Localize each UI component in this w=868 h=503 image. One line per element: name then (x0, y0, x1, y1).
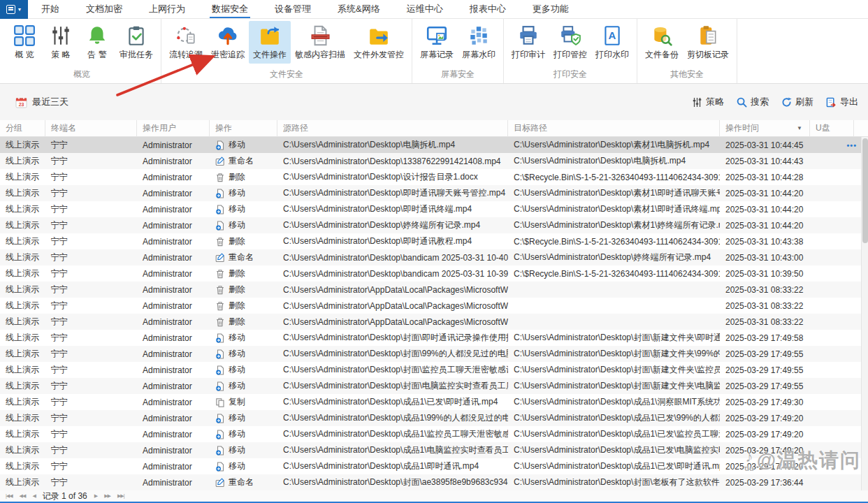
cell-dst: C:\Users\Administrator\Desktop\封面\新建文件夹\… (508, 378, 720, 394)
tab-ops-center[interactable]: 运维中心 (393, 0, 456, 19)
column-header-time[interactable]: 操作时间 ▼ (720, 120, 810, 136)
print-audit-icon (517, 24, 540, 47)
page-last-button[interactable]: ▶▶| (117, 493, 124, 499)
table-row[interactable]: 线上演示宁宁Administrator移动C:\Users\Administra… (0, 201, 868, 217)
tab-doc-encryption[interactable]: 文档加密 (73, 0, 136, 19)
table-row[interactable]: 线上演示宁宁Administrator删除C:\Users\Administra… (0, 298, 868, 314)
cell-src: C:\Users\Administrator\Desktop\封面\ae3895… (277, 474, 508, 490)
sort-caret-icon[interactable]: ▼ (797, 125, 802, 131)
ribbon-item-alert[interactable]: 告 警 (79, 21, 115, 64)
op-label: 移动 (229, 187, 245, 199)
cell-terminal: 宁宁 (45, 346, 137, 362)
vertical-scrollbar[interactable] (861, 137, 868, 490)
date-range-filter[interactable]: 23 最近三天 (15, 96, 68, 108)
page-prev-button[interactable]: ◀ (32, 493, 35, 499)
delete-icon (215, 301, 225, 311)
tab-system-network[interactable]: 系统&网络 (324, 0, 393, 19)
table-row[interactable]: 线上演示宁宁Administrator移动C:\Users\Administra… (0, 458, 868, 474)
page-next-button[interactable]: ▶ (94, 493, 97, 499)
ribbon-item-label: 概 览 (15, 49, 34, 61)
tab-report-center[interactable]: 报表中心 (456, 0, 519, 19)
table-row[interactable]: 线上演示宁宁Administrator删除C:\Users\Administra… (0, 169, 868, 185)
table-row[interactable]: 线上演示宁宁Administrator删除C:\Users\Administra… (0, 233, 868, 249)
cell-terminal: 宁宁 (45, 233, 137, 249)
table-row[interactable]: 线上演示宁宁Administrator移动C:\Users\Administra… (0, 362, 868, 378)
ribbon-item-leak-track[interactable]: 泄密追踪 (207, 21, 249, 64)
op-label: 删除 (229, 268, 245, 279)
op-label: 重命名 (229, 476, 254, 488)
ribbon-item-approval-tasks[interactable]: 审批任务 (115, 21, 157, 64)
scrollbar-thumb[interactable] (862, 138, 868, 243)
column-header-op[interactable]: 操作 (210, 120, 277, 136)
table-row[interactable]: 线上演示宁宁Administrator移动C:\Users\Administra… (0, 330, 868, 346)
table-row[interactable]: 线上演示宁宁Administrator复制C:\Users\Administra… (0, 394, 868, 410)
tab-data-security[interactable]: 数据安全 (198, 0, 261, 19)
table-row[interactable]: 线上演示宁宁Administrator移动C:\Users\Administra… (0, 378, 868, 394)
cell-dst: C:\Users\Administrator\Desktop\成品1\已发\监控… (508, 426, 720, 442)
overview-grid-icon (13, 24, 36, 47)
clipboard-record-icon (697, 24, 719, 47)
table-row[interactable]: 线上演示宁宁Administrator移动C:\Users\Administra… (0, 442, 868, 458)
ribbon-item-overview[interactable]: 概 览 (6, 21, 43, 64)
column-header-src[interactable]: 源路径 (277, 120, 508, 136)
ribbon-group-print-security: 打印审计 打印管控 A 打印水印 打印安全 (504, 19, 637, 83)
table-row[interactable]: 线上演示宁宁Administrator移动C:\Users\Administra… (0, 410, 868, 426)
ribbon-item-print-watermark[interactable]: A 打印水印 (591, 21, 633, 64)
ribbon-item-file-backup[interactable]: 文件备份 (641, 21, 683, 64)
tab-home[interactable]: 开始 (28, 0, 73, 19)
tab-device-management[interactable]: 设备管理 (261, 0, 324, 19)
app-menu-button[interactable]: ▼ (0, 0, 28, 19)
table-row[interactable]: 线上演示宁宁Administrator删除C:\Users\Administra… (0, 282, 868, 298)
table-row[interactable]: 线上演示宁宁Administrator移动C:\Users\Administra… (0, 346, 868, 362)
column-header-user[interactable]: 操作用户 (137, 120, 210, 136)
cell-usb (810, 265, 854, 282)
table-row[interactable]: 线上演示宁宁Administrator移动C:\Users\Administra… (0, 137, 868, 153)
cell-op: 移动 (210, 442, 277, 458)
table-row[interactable]: 线上演示宁宁Administrator删除C:\Users\Administra… (0, 314, 868, 330)
page-fast-prev-button[interactable]: ◀◀ (20, 493, 26, 499)
cell-usb (810, 314, 854, 330)
search-button[interactable]: 搜索 (737, 96, 769, 108)
ribbon-item-print-audit[interactable]: 打印审计 (507, 21, 549, 64)
ribbon-item-sensitive-scan[interactable]: 敏感内容扫描 (291, 21, 349, 64)
column-header-usb[interactable]: U盘 (810, 120, 854, 136)
tab-more-features[interactable]: 更多功能 (519, 0, 582, 19)
export-button[interactable]: 导出 (826, 96, 858, 108)
refresh-button[interactable]: 刷新 (781, 96, 813, 108)
cell-time: 2025-03-31 08:33:22 (720, 282, 810, 298)
table-row[interactable]: 线上演示宁宁Administrator移动C:\Users\Administra… (0, 426, 868, 442)
cell-user: Administrator (137, 378, 210, 394)
table-row[interactable]: 线上演示宁宁Administrator重命名C:\Users\Administr… (0, 249, 868, 265)
column-header-dst[interactable]: 目标路径 (508, 120, 720, 136)
table-row[interactable]: 线上演示宁宁Administrator重命名C:\Users\Administr… (0, 474, 868, 490)
ribbon-item-label: 打印审计 (512, 49, 545, 61)
ribbon-item-screen-record[interactable]: 屏幕记录 (416, 21, 458, 64)
table-row[interactable]: 线上演示宁宁Administrator删除C:\Users\Administra… (0, 265, 868, 282)
delete-icon (215, 173, 225, 182)
move-icon (215, 333, 225, 343)
ribbon-item-file-operation[interactable]: 文件操作 (249, 21, 291, 64)
cell-terminal: 宁宁 (45, 410, 137, 426)
column-header-terminal[interactable]: 终端名 (45, 120, 137, 136)
op-label: 移动 (229, 364, 245, 376)
policy-button[interactable]: 策略 (692, 96, 724, 108)
refresh-icon (781, 97, 792, 108)
move-icon (215, 221, 225, 231)
ribbon-item-file-outgoing-control[interactable]: 文件外发管控 (349, 21, 408, 64)
cell-terminal: 宁宁 (45, 458, 137, 474)
table-row[interactable]: 线上演示宁宁Administrator移动C:\Users\Administra… (0, 217, 868, 233)
ribbon-item-print-control[interactable]: 打印管控 (549, 21, 591, 64)
page-first-button[interactable]: |◀◀ (6, 493, 13, 499)
table-row[interactable]: 线上演示宁宁Administrator移动C:\Users\Administra… (0, 185, 868, 201)
ribbon-item-policy[interactable]: 策 略 (43, 21, 79, 64)
page-fast-next-button[interactable]: ▶▶ (104, 493, 110, 499)
ribbon-item-screen-watermark[interactable]: 屏幕水印 (458, 21, 500, 64)
row-actions-button[interactable]: ••• (846, 137, 857, 153)
table-row[interactable]: 线上演示宁宁Administrator重命名C:\Users\Administr… (0, 153, 868, 169)
ribbon-item-flow-trace[interactable]: 流转追溯 (165, 21, 207, 64)
cell-terminal: 宁宁 (45, 201, 137, 217)
ribbon-item-clipboard-record[interactable]: 剪切板记录 (683, 21, 733, 64)
cell-group: 线上演示 (0, 185, 45, 201)
tab-web-behavior[interactable]: 上网行为 (136, 0, 198, 19)
column-header-group[interactable]: 分组 (0, 120, 45, 136)
